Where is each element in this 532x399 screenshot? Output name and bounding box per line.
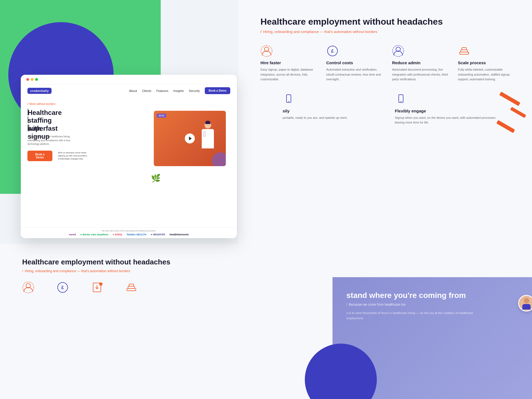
engage-easily-desc: portable, ready to you are, and speeds u… <box>283 115 387 120</box>
hero-slash: / <box>27 102 28 105</box>
hero-title-line3: superfast signup <box>28 125 28 131</box>
lower-right-title: stand where you're coming from <box>346 291 518 300</box>
features-subtitle: / Hiring, onboarding and compliance — th… <box>260 30 515 34</box>
hero-cta-button[interactable]: Book a Demo <box>27 151 52 161</box>
lower-slash: / <box>22 269 23 273</box>
browser-hero: / Work without borders Healthcare staffi… <box>21 97 237 213</box>
plant-decoration: 🌿 <box>151 174 161 183</box>
lower-title: Healthcare employment without headaches <box>22 258 238 266</box>
cursor-blink <box>29 125 29 131</box>
svg-point-10 <box>288 101 289 102</box>
control-costs-title: Control costs <box>326 60 384 65</box>
hero-tag: / Work without borders <box>27 102 91 105</box>
browser-window: credentially About Clients Features Insi… <box>21 75 237 238</box>
partner-health: HealthHarmonie <box>170 233 189 236</box>
flexibly-engage-icon <box>395 93 407 105</box>
control-costs-desc: Automated extraction and verification, i… <box>326 67 384 82</box>
lower-right-section: stand where you're coming from / Because… <box>332 277 532 399</box>
nurse-hair <box>205 121 210 124</box>
reduce-admin-title: Reduce admin <box>392 60 450 65</box>
hero-title-line2: staffing with <box>28 117 28 123</box>
feature-scale-process: Scale process Fully white-labeled, custo… <box>458 45 516 82</box>
nav-book-demo-button[interactable]: Book a Demo <box>205 87 230 94</box>
lower-right-subtitle: / Because we come from healthcare too <box>346 303 518 307</box>
partners-intro: We work with some of the most advanced h… <box>26 230 231 232</box>
svg-rect-6 <box>460 52 469 54</box>
scale-process-title: Scale process <box>458 60 516 65</box>
svg-rect-20 <box>127 289 136 291</box>
nav-clients[interactable]: Clients <box>142 89 151 92</box>
lower-icons-row: £ ! <box>22 281 238 295</box>
hero-title: Healthcare staffing with superfast signu… <box>27 108 91 132</box>
hero-cta-row: Book a Demo 66% of clinicians never fini… <box>27 151 91 161</box>
browser-dot-yellow[interactable] <box>31 78 34 81</box>
svg-text:£: £ <box>62 285 64 290</box>
nav-links: About Clients Features Insights Security… <box>129 87 230 94</box>
svg-rect-7 <box>461 50 467 52</box>
avatar-head <box>524 298 529 303</box>
browser-navbar: credentially About Clients Features Insi… <box>21 84 237 97</box>
partner-medefer: ● MEDEFER <box>151 233 165 236</box>
avatar-image <box>518 295 532 312</box>
flexibly-engage-desc: Signup when you want, on the device you … <box>395 115 499 125</box>
hire-faster-desc: Easy signup, paper to digital, database … <box>260 67 318 82</box>
hire-faster-icon <box>260 45 273 57</box>
nav-features[interactable]: Features <box>156 89 168 92</box>
laptop-avatar <box>518 295 532 317</box>
hero-description: Automate your entire healthcare hiring, … <box>27 135 83 146</box>
svg-point-12 <box>401 101 401 102</box>
features-grid: Hire faster Easy signup, paper to digita… <box>260 45 515 82</box>
nav-security[interactable]: Security <box>189 89 200 92</box>
brand-logo[interactable]: credentially <box>27 88 52 94</box>
svg-rect-21 <box>128 286 135 289</box>
browser-chrome-header <box>21 75 237 84</box>
flexibly-engage-title: Flexibly engage <box>395 109 499 113</box>
nav-insights[interactable]: Insights <box>173 89 184 92</box>
scale-process-desc: Fully white-labeled, customizable onboar… <box>458 67 516 82</box>
svg-rect-22 <box>129 284 134 286</box>
browser-dot-red[interactable] <box>26 78 29 81</box>
control-costs-icon: £ <box>326 45 339 57</box>
lower-right-sub-text: Because we come from healthcare too <box>349 303 406 307</box>
nurse-head <box>204 122 211 128</box>
feature-reduce-admin: Reduce admin Automated document processi… <box>392 45 450 82</box>
lower-right-desc: n is to save thousands of hours in healt… <box>346 310 479 321</box>
hero-stat: 66% of clinicians never finish signing u… <box>58 151 91 161</box>
engage-easily-icon <box>283 93 295 105</box>
hero-title-line1: Healthcare <box>28 109 28 115</box>
lower-icon-pound: £ <box>57 281 69 295</box>
lower-blue-circle <box>305 344 377 399</box>
nav-about[interactable]: About <box>129 89 137 92</box>
lower-icon-download: ! <box>91 281 103 295</box>
browser-dots <box>26 78 38 81</box>
hero-tag-text: Work without borders <box>29 102 55 105</box>
lower-right-slash: / <box>346 303 347 307</box>
partners-logos: ●ured ● doctor care anywhere ♦ GPDQ Tela… <box>26 233 231 236</box>
lower-subtitle-text: Hiring, onboarding and compliance — that… <box>25 269 130 273</box>
reduce-admin-icon <box>392 45 404 57</box>
svg-text:!: ! <box>101 283 101 286</box>
nurse-body <box>202 129 214 148</box>
engage-easily-title: sily <box>283 109 387 113</box>
avatar-body <box>522 304 531 310</box>
hire-faster-title: Hire faster <box>260 60 318 65</box>
svg-text:£: £ <box>331 49 334 53</box>
video-thumbnail: A113 <box>154 111 226 166</box>
partner-qured: ●ured <box>69 233 76 236</box>
svg-rect-8 <box>462 48 466 50</box>
browser-dot-green[interactable] <box>35 78 38 81</box>
lower-left-section: Healthcare employment without headaches … <box>0 244 238 399</box>
lower-icon-layers <box>125 281 137 295</box>
play-icon <box>189 137 192 140</box>
partners-strip: We work with some of the most advanced h… <box>21 227 237 238</box>
reduce-admin-desc: Automated document processing, live inte… <box>392 67 450 82</box>
feature-control-costs: £ Control costs Automated extraction and… <box>326 45 384 82</box>
subtitle-slash: / <box>260 30 262 34</box>
features-section: Healthcare employment without headaches … <box>238 0 532 136</box>
lower-subtitle: / Hiring, onboarding and compliance — th… <box>22 269 238 273</box>
subtitle-text: Hiring, onboarding and compliance — that… <box>263 30 377 34</box>
partner-gpdq: ♦ GPDQ <box>113 233 122 236</box>
lower-icon-user <box>22 281 34 295</box>
video-play-button[interactable] <box>185 133 195 143</box>
feature-hire-faster: Hire faster Easy signup, paper to digita… <box>260 45 318 82</box>
